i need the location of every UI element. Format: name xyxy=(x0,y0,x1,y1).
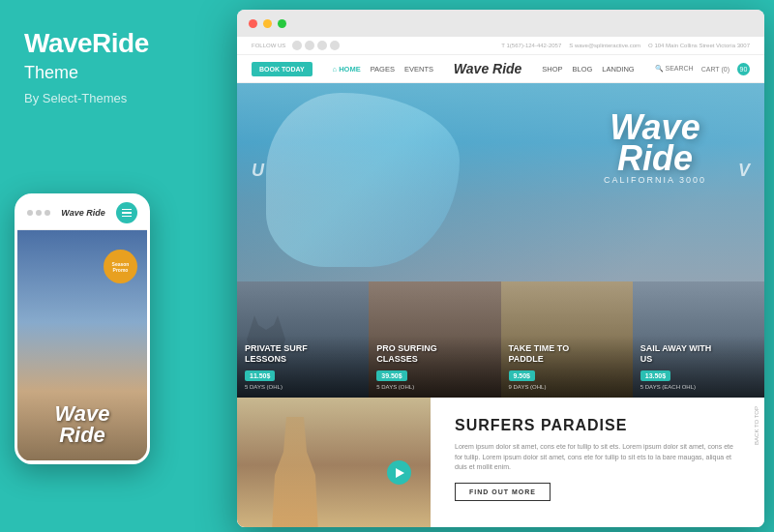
chrome-maximize-dot[interactable] xyxy=(278,19,286,28)
address-text: O 104 Main Collins Street Victoria 3007 xyxy=(648,43,750,48)
mobile-logo: Wave Ride xyxy=(61,208,104,218)
nav-links: ⌂ HOME PAGES EVENTS xyxy=(333,65,433,74)
nav-landing[interactable]: LANDING xyxy=(602,65,634,74)
card-surf-lessons[interactable]: PRIVATE SURFLESSONS 11.50$ 5 DAYS (OHL) xyxy=(237,281,369,398)
mobile-dot-3 xyxy=(45,210,50,216)
card-days-2: 5 DAYS (OHL) xyxy=(376,384,492,390)
nav-shop-links: SHOP BLOG LANDING xyxy=(542,65,634,74)
card-title-4: SAIL AWAY WITHUS xyxy=(640,343,757,365)
social-dot-3[interactable] xyxy=(317,41,327,50)
topbar-left: FOLLOW US xyxy=(252,41,340,50)
card-badge-3: 9.50$ xyxy=(509,370,536,381)
chrome-minimize-dot[interactable] xyxy=(263,19,272,28)
find-out-more-button[interactable]: FIND OUT MORE xyxy=(455,483,551,501)
card-paddle[interactable]: TAKE TIME TOPADDLE 9.50$ 9 DAYS (OHL) xyxy=(501,281,633,398)
nav-home[interactable]: ⌂ HOME xyxy=(333,65,361,74)
bottom-section: SURFERS PARADISE Lorem ipsum dolor sit a… xyxy=(237,398,764,527)
play-button[interactable] xyxy=(387,460,411,485)
card-days-3: 9 DAYS (OHL) xyxy=(509,384,625,390)
cards-row: PRIVATE SURFLESSONS 11.50$ 5 DAYS (OHL) … xyxy=(237,281,764,398)
cart-link[interactable]: CART (0) xyxy=(701,66,729,73)
book-today-button[interactable]: BOOK TODAY xyxy=(252,62,313,76)
hero-tagline: CALIFORNIA 3000 xyxy=(604,175,706,185)
hero-left-letter: U xyxy=(252,161,264,181)
play-icon xyxy=(396,468,404,478)
cart-badge: 90 xyxy=(737,63,750,75)
nav-logo: Wave Ride xyxy=(454,61,522,76)
brand-subtitle: Theme xyxy=(24,63,216,83)
bottom-text-area: SURFERS PARADISE Lorem ipsum dolor sit a… xyxy=(431,398,764,527)
left-panel: WaveRide Theme By Select-Themes Wave Rid… xyxy=(0,0,240,532)
hero-logo: WaveRide CALIFORNIA 3000 xyxy=(604,112,706,185)
nav-pages[interactable]: PAGES xyxy=(371,65,395,74)
card-days-4: 5 DAYS (EACH OHL) xyxy=(640,384,757,390)
mobile-hero-content: SeasonPromo WaveRide xyxy=(17,230,147,460)
search-link[interactable]: 🔍 SEARCH xyxy=(655,65,694,73)
season-badge: SeasonPromo xyxy=(104,250,137,283)
nav-blog[interactable]: BLOG xyxy=(573,65,593,74)
browser-mockup: FOLLOW US T 1(567)-124-442-2057 S wave@s… xyxy=(237,10,764,527)
card-overlay-2: PRO SURFINGCLASSES 39.50$ 5 DAYS (OHL) xyxy=(369,336,500,398)
nav-right: 🔍 SEARCH CART (0) 90 xyxy=(655,63,750,75)
nav-shop[interactable]: SHOP xyxy=(542,65,562,74)
brand-title: WaveRide xyxy=(24,29,216,59)
card-overlay-4: SAIL AWAY WITHUS 13.50$ 5 DAYS (EACH OHL… xyxy=(633,336,764,398)
hero-logo-text: WaveRide xyxy=(604,112,706,175)
site-nav: BOOK TODAY ⌂ HOME PAGES EVENTS Wave Ride… xyxy=(237,55,764,83)
mobile-mockup: Wave Ride SeasonPromo WaveRide xyxy=(15,193,150,464)
card-title-1: PRIVATE SURFLESSONS xyxy=(245,343,361,365)
mobile-dot-2 xyxy=(36,210,42,216)
hero-section: U V WaveRide CALIFORNIA 3000 xyxy=(237,83,764,281)
card-title-2: PRO SURFINGCLASSES xyxy=(376,343,492,365)
mobile-dots xyxy=(27,210,50,216)
bottom-description: Lorem ipsum dolor sit amet, cons ete for… xyxy=(455,442,740,473)
person-silhouette xyxy=(266,417,324,527)
hero-right-letter: V xyxy=(738,161,750,181)
card-badge-4: 13.50$ xyxy=(640,370,670,381)
card-overlay-3: TAKE TIME TOPADDLE 9.50$ 9 DAYS (OHL) xyxy=(501,336,633,398)
mobile-dot-1 xyxy=(27,210,33,216)
card-days-1: 5 DAYS (OHL) xyxy=(245,384,361,390)
phone-text: T 1(567)-124-442-2057 xyxy=(501,43,561,48)
mobile-top-bar: Wave Ride xyxy=(17,196,147,230)
mobile-wave-logo: WaveRide xyxy=(54,403,109,446)
card-badge-1: 11.50$ xyxy=(245,370,275,381)
social-dot-1[interactable] xyxy=(292,41,302,50)
bottom-image xyxy=(237,398,431,527)
back-to-top[interactable]: BACK TO TOP xyxy=(749,401,764,450)
email-text: S wave@splinteractive.com xyxy=(569,43,640,48)
card-surfing-classes[interactable]: PRO SURFINGCLASSES 39.50$ 5 DAYS (OHL) xyxy=(369,281,500,398)
hamburger-icon xyxy=(122,209,132,218)
card-overlay-1: PRIVATE SURFLESSONS 11.50$ 5 DAYS (OHL) xyxy=(237,336,369,398)
social-dot-2[interactable] xyxy=(305,41,314,50)
follow-label: FOLLOW US xyxy=(252,43,285,48)
browser-chrome xyxy=(237,10,764,37)
nav-events[interactable]: EVENTS xyxy=(404,65,433,74)
site-topbar: FOLLOW US T 1(567)-124-442-2057 S wave@s… xyxy=(237,37,764,55)
card-badge-2: 39.50$ xyxy=(376,370,406,381)
chrome-close-dot[interactable] xyxy=(249,19,257,28)
social-dot-4[interactable] xyxy=(330,41,340,50)
brand-by: By Select-Themes xyxy=(24,91,216,105)
card-title-3: TAKE TIME TOPADDLE xyxy=(509,343,625,365)
surfers-paradise-title: SURFERS PARADISE xyxy=(455,417,740,434)
topbar-right: T 1(567)-124-442-2057 S wave@splinteract… xyxy=(501,43,750,48)
social-icons xyxy=(292,41,340,50)
card-sail-away[interactable]: SAIL AWAY WITHUS 13.50$ 5 DAYS (EACH OHL… xyxy=(633,281,764,398)
mobile-menu-button[interactable] xyxy=(116,202,137,223)
